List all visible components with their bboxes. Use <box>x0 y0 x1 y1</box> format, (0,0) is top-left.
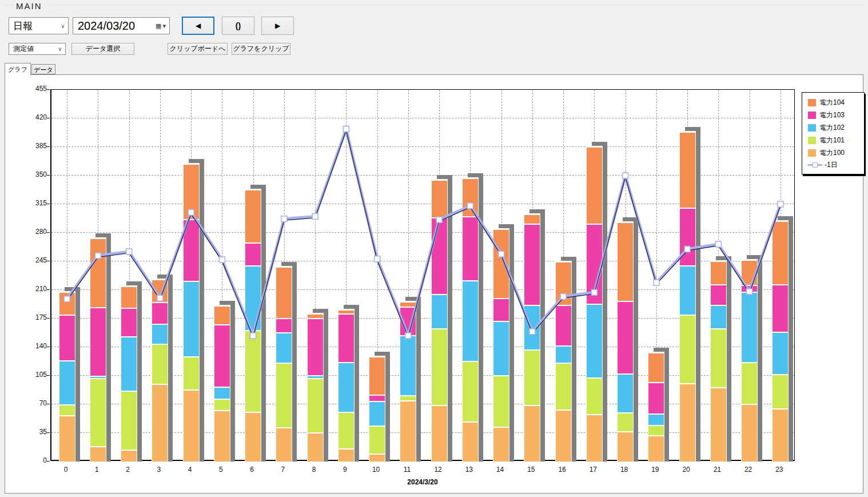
line-marker <box>157 295 163 301</box>
x-axis-title: 2024/3/20 <box>388 478 457 486</box>
x-tick-label: 23 <box>770 466 789 474</box>
date-picker-value: 2024/03/20 <box>73 19 152 33</box>
y-tick-label: 140 <box>22 342 47 350</box>
chevron-down-icon: ∨ <box>55 46 65 52</box>
x-tick-label: 3 <box>149 466 169 474</box>
tab-data[interactable]: データ <box>31 64 55 74</box>
period-combobox[interactable]: 日報 ∨ <box>9 17 69 34</box>
clip-graph-button[interactable]: グラフをクリップ <box>232 43 290 55</box>
y-tick-label: 70 <box>22 399 47 407</box>
period-combobox-value: 日報 <box>9 19 58 33</box>
legend-swatch <box>808 99 816 106</box>
prev-day-button[interactable]: ◀ <box>182 17 214 35</box>
x-tick-label: 20 <box>676 466 696 474</box>
legend-item: 電力103 <box>808 109 861 121</box>
y-tick-label: 245 <box>22 256 47 264</box>
reload-icon: () <box>236 21 241 30</box>
line-marker <box>684 246 690 252</box>
y-tick-label: 385 <box>22 142 47 150</box>
x-tick-label: 18 <box>615 466 634 474</box>
x-tick-label: 10 <box>367 466 386 474</box>
app-window: { "window": { "title": "MAIN" }, "toolba… <box>0 0 868 497</box>
x-tick-label: 8 <box>304 466 324 474</box>
x-tick-label: 5 <box>211 466 230 474</box>
header-rule-right <box>47 5 867 8</box>
x-tick-label: 14 <box>491 466 510 474</box>
y-tick-label: 350 <box>22 170 47 178</box>
line-marker <box>188 209 194 215</box>
line-marker <box>375 256 380 262</box>
x-tick-label: 19 <box>646 466 665 474</box>
measure-combobox[interactable]: 測定値 ∨ <box>9 43 66 55</box>
x-tick-label: 0 <box>56 466 75 474</box>
tab-graph[interactable]: グラフ <box>5 63 31 75</box>
line-marker <box>436 217 442 222</box>
line-marker <box>623 173 628 178</box>
y-tick-label: 315 <box>22 199 47 207</box>
legend-item: 電力104 <box>808 96 861 109</box>
line-marker <box>219 257 225 263</box>
line-marker <box>281 216 287 222</box>
prev-day-line <box>51 90 796 462</box>
line-marker <box>499 251 504 257</box>
line-marker <box>405 333 411 339</box>
y-tick-label: 280 <box>22 228 47 236</box>
line-marker <box>560 293 566 299</box>
x-tick-label: 22 <box>739 466 758 474</box>
x-tick-label: 1 <box>87 466 106 474</box>
right-arrow-icon: ▶ <box>275 22 280 30</box>
line-marker <box>64 296 70 302</box>
legend-swatch <box>808 112 816 119</box>
legend-item: 電力100 <box>808 146 861 159</box>
line-marker <box>467 203 473 209</box>
left-arrow-icon: ◀ <box>196 22 201 30</box>
x-tick-label: 17 <box>583 466 603 474</box>
x-tick-label: 11 <box>397 466 417 474</box>
data-select-button[interactable]: データ選択 <box>71 43 134 55</box>
y-tick-label: 105 <box>22 371 47 379</box>
to-clipboard-button[interactable]: クリップボードへ <box>168 43 228 55</box>
calendar-icon[interactable]: ▦▾ <box>152 22 169 30</box>
line-marker <box>591 289 597 295</box>
measure-combobox-value: 測定値 <box>9 44 55 54</box>
line-marker <box>95 253 101 259</box>
line-marker <box>126 249 132 255</box>
y-tick-label: 420 <box>22 113 47 121</box>
line-marker <box>778 201 783 207</box>
line-marker <box>654 280 659 285</box>
date-picker[interactable]: 2024/03/20 ▦▾ <box>73 17 170 34</box>
x-tick-label: 21 <box>707 466 727 474</box>
line-marker <box>529 329 535 335</box>
x-tick-label: 7 <box>273 466 293 474</box>
y-tick-label: 210 <box>22 285 47 293</box>
legend-swatch <box>808 124 816 132</box>
reload-button[interactable]: () <box>222 17 254 35</box>
x-tick-label: 12 <box>428 466 448 474</box>
page-title: MAIN <box>16 1 42 11</box>
x-tick-label: 2 <box>118 466 138 474</box>
legend-item: 電力101 <box>808 134 861 146</box>
x-tick-label: 13 <box>459 466 479 474</box>
x-tick-label: 6 <box>242 466 262 474</box>
line-marker <box>250 333 256 339</box>
x-tick-label: 16 <box>552 466 572 474</box>
line-marker <box>747 289 752 295</box>
plot-area <box>50 89 795 461</box>
y-tick-label: 175 <box>22 313 47 321</box>
line-marker <box>715 241 721 247</box>
y-tick-label: 0 <box>22 456 47 464</box>
chart-legend: 電力104電力103電力102電力101電力100-1日 <box>802 92 865 174</box>
x-tick-label: 15 <box>521 466 541 474</box>
chevron-down-icon: ∨ <box>58 23 68 29</box>
x-tick-label: 4 <box>180 466 200 474</box>
legend-item: 電力102 <box>808 121 861 134</box>
legend-item-line: -1日 <box>808 159 861 170</box>
y-tick-label: 455 <box>22 85 47 93</box>
legend-swatch <box>808 149 816 157</box>
line-marker <box>312 213 318 219</box>
x-tick-label: 9 <box>335 466 355 474</box>
header-rule-left <box>1 5 14 8</box>
next-day-button[interactable]: ▶ <box>261 17 294 35</box>
y-tick-label: 35 <box>22 428 47 436</box>
legend-swatch <box>808 137 816 144</box>
